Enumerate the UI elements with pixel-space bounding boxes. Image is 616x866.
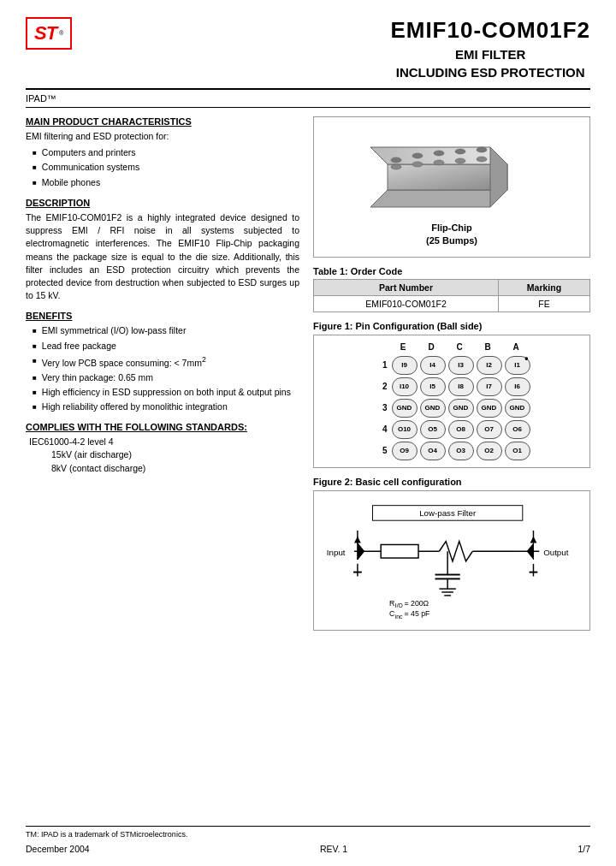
svg-marker-3 xyxy=(490,147,507,207)
col-label-e: E xyxy=(390,342,416,352)
pin-i2: I2 xyxy=(477,356,502,375)
logo-box: ST ® xyxy=(26,17,72,50)
main-content: MAIN PRODUCT CHARACTERISTICS EMI filteri… xyxy=(26,116,590,639)
pin-o1: O1 xyxy=(505,442,530,460)
pin-i7: I7 xyxy=(477,377,502,396)
svg-rect-20 xyxy=(381,544,418,558)
pin-o8: O8 xyxy=(448,420,474,439)
part-number: EMIF10-COM01F2 xyxy=(390,17,590,44)
pin-o10: O10 xyxy=(392,420,418,439)
list-item: High reliability offered by monolithic i… xyxy=(33,400,299,413)
pin-col-labels: E D C B A xyxy=(390,342,529,352)
svg-text:C: C xyxy=(389,609,394,618)
svg-text:Input: Input xyxy=(327,548,346,557)
svg-point-12 xyxy=(455,158,465,163)
svg-rect-1 xyxy=(388,164,507,190)
order-code-table: Part Number Marking EMIF010-COM01F2 FE xyxy=(313,279,590,312)
pin-row-3: 3 GND GND GND GND GND xyxy=(374,399,530,418)
circuit-svg: Low-pass Filter Input Output xyxy=(323,500,581,620)
left-column: MAIN PRODUCT CHARACTERISTICS EMI filteri… xyxy=(26,116,299,639)
product-image-box: Flip-Chip (25 Bumps) xyxy=(313,116,590,258)
svg-point-6 xyxy=(434,151,444,156)
pin-o9: O9 xyxy=(392,442,418,460)
svg-text:= 45 pF: = 45 pF xyxy=(404,609,429,618)
pin-o7: O7 xyxy=(477,420,502,439)
pin-i6: I6 xyxy=(505,377,530,396)
sub-header: IPAD™ xyxy=(26,93,590,108)
pin-row-5: 5 O9 O4 O3 O2 O1 xyxy=(374,442,530,460)
benefits-list: EMI symmetrical (I/O) low-pass filter Le… xyxy=(33,324,299,413)
footer-tm: TM: IPAD is a trademark of STMicroelectr… xyxy=(26,826,590,839)
flip-chip-caption: Flip-Chip (25 Bumps) xyxy=(323,222,581,248)
description-title: DESCRIPTION xyxy=(26,198,299,208)
main-characteristics-intro: EMI filtering and ESD protection for: xyxy=(26,130,299,143)
circuit-box: Low-pass Filter Input Output xyxy=(313,490,590,631)
pin-i3: I3 xyxy=(448,356,474,375)
svg-text:R: R xyxy=(389,598,394,607)
list-item: Computers and printers xyxy=(33,146,299,159)
ipad-label: IPAD™ xyxy=(26,93,56,104)
svg-point-13 xyxy=(477,157,487,162)
pin-row-2: 2 I10 I5 I8 I7 I6 xyxy=(374,377,530,396)
part-number-cell: EMIF010-COM01F2 xyxy=(314,295,499,311)
list-item: Mobile phones xyxy=(33,176,299,189)
header: ST ® EMIF10-COM01F2 EMI FILTER INCLUDING… xyxy=(26,17,590,90)
footer-page: 1/7 xyxy=(578,844,590,854)
svg-text:Output: Output xyxy=(543,548,569,557)
pin-config-title: Figure 1: Pin Configuration (Ball side) xyxy=(313,321,590,331)
pin-gnd-3: GND xyxy=(448,399,474,418)
pin-o4: O4 xyxy=(420,442,446,460)
pin-config-box: E D C B A 1 I9 I4 I3 I2 I1 xyxy=(313,335,590,468)
logo-text: ST xyxy=(34,22,56,44)
main-characteristics-list: Computers and printers Communication sys… xyxy=(33,146,299,189)
product-image-svg xyxy=(370,126,533,220)
order-code-title: Table 1: Order Code xyxy=(313,266,590,276)
pin-gnd-4: GND xyxy=(477,399,502,418)
svg-point-5 xyxy=(412,153,423,158)
logo-tm: ® xyxy=(59,30,63,36)
page: ST ® EMIF10-COM01F2 EMI FILTER INCLUDING… xyxy=(0,0,616,866)
logo-area: ST ® xyxy=(26,17,72,53)
footer-date: December 2004 xyxy=(26,844,90,854)
svg-text:inc: inc xyxy=(395,614,403,620)
col-label-d: D xyxy=(418,342,444,352)
marking-cell: FE xyxy=(499,295,590,311)
benefits-title: BENEFITS xyxy=(26,311,299,321)
description-text: The EMIF10-COM01F2 is a highly integrate… xyxy=(26,211,299,303)
complies-title: COMPLIES WITH THE FOLLOWING STANDARDS: xyxy=(26,422,299,432)
svg-marker-30 xyxy=(358,543,364,559)
pin-o2: O2 xyxy=(477,442,502,460)
complies-air: 15kV (air discharge) xyxy=(51,448,299,461)
pin-gnd-5: GND xyxy=(505,399,530,418)
title-area: EMIF10-COM01F2 EMI FILTER INCLUDING ESD … xyxy=(390,17,590,81)
svg-text:Low-pass Filter: Low-pass Filter xyxy=(419,508,477,518)
col-label-a: A xyxy=(503,342,529,352)
svg-point-11 xyxy=(434,160,444,165)
complies-contact: 8kV (contact discharge) xyxy=(51,462,299,475)
list-item: Communication systems xyxy=(33,161,299,174)
pin-o6: O6 xyxy=(505,420,530,439)
svg-point-10 xyxy=(412,162,423,167)
product-subtitle: EMI FILTER INCLUDING ESD PROTECTION xyxy=(390,45,590,81)
list-item: Very thin package: 0.65 mm xyxy=(33,371,299,384)
col-label-c: C xyxy=(447,342,472,352)
pin-i8: I8 xyxy=(448,377,474,396)
pin-row-4: 4 O10 O5 O8 O7 O6 xyxy=(374,420,530,439)
right-column: Flip-Chip (25 Bumps) Table 1: Order Code… xyxy=(313,116,590,639)
table-row: EMIF010-COM01F2 FE xyxy=(314,295,590,311)
list-item: EMI symmetrical (I/O) low-pass filter xyxy=(33,324,299,337)
pin-row-1: 1 I9 I4 I3 I2 I1 xyxy=(374,356,530,375)
svg-marker-36 xyxy=(527,543,534,559)
svg-point-9 xyxy=(391,164,401,169)
footer-bottom: December 2004 REV. 1 1/7 xyxy=(26,844,590,854)
pin-gnd-1: GND xyxy=(392,399,418,418)
svg-text:I/O: I/O xyxy=(395,602,403,608)
pin-gnd-2: GND xyxy=(420,399,446,418)
pin-i9: I9 xyxy=(392,356,418,375)
complies-standard: IEC61000-4-2 level 4 xyxy=(29,436,299,448)
svg-point-8 xyxy=(477,147,487,152)
list-item: Lead free package xyxy=(33,340,299,353)
svg-marker-0 xyxy=(370,190,507,207)
pin-i1: I1 xyxy=(505,356,530,375)
list-item: High efficiency in ESD suppression on bo… xyxy=(33,386,299,399)
